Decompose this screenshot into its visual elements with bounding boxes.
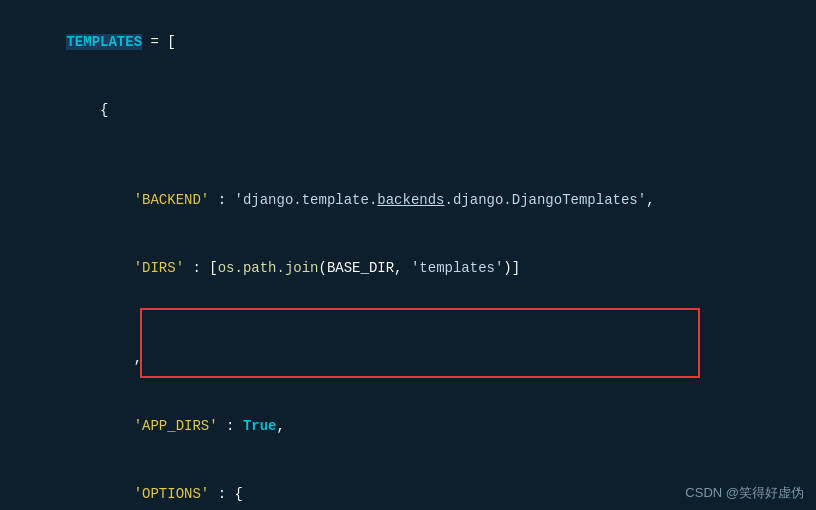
code-line-4: 'BACKEND' : 'django.template.backends.dj… — [0, 166, 816, 234]
code-line-1: TEMPLATES = [ — [0, 8, 816, 76]
watermark: CSDN @笑得好虚伪 — [685, 484, 804, 502]
keyword-templates: TEMPLATES — [66, 34, 142, 50]
code-line-6 — [0, 302, 816, 324]
code-line-2: { — [0, 76, 816, 144]
code-editor: TEMPLATES = [ { 'BACKEND' : 'django.temp… — [0, 0, 816, 510]
code-line-5: 'DIRS' : [os.path.join(BASE_DIR, 'templa… — [0, 234, 816, 302]
code-line-7: , — [0, 324, 816, 392]
code-line-3 — [0, 144, 816, 166]
code-line-8: 'APP_DIRS' : True, — [0, 392, 816, 460]
